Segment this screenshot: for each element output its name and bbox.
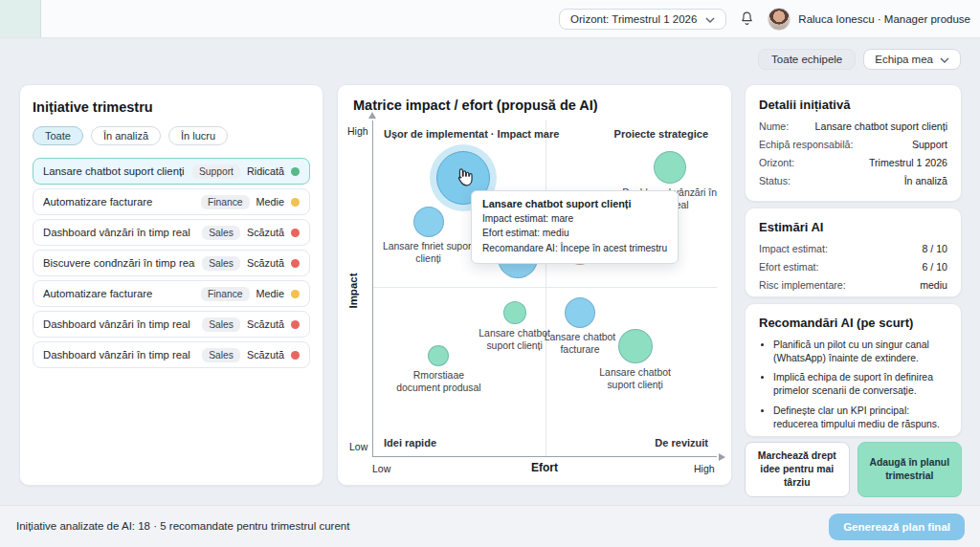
quadrant-label-bottom-left: Idei rapide <box>384 437 436 449</box>
priority-label: Scăzută <box>247 349 284 361</box>
ai-estimates-panel: Estimări AI Impact estimat: 8 / 10 Efort… <box>745 208 962 297</box>
filter-chip-toate[interactable]: Toate <box>33 126 83 145</box>
detail-row: Nume: Lansare chatbot suport clienți <box>759 120 947 132</box>
horizon-select[interactable]: Orizont: Trimestrul 1 2026 <box>559 9 726 30</box>
bubble-label: Rmorstiaae document produsal <box>379 369 498 394</box>
chevron-down-icon <box>940 54 949 65</box>
recommendations-title: Recomandări AI (pe scurt) <box>759 316 947 330</box>
priority-label: Scăzută <box>247 257 284 269</box>
team-tag: Support <box>192 164 240 179</box>
list-item[interactable]: Biscuvere conđnzări în timp real Sales S… <box>33 250 310 276</box>
x-axis-title: Efort <box>372 461 717 474</box>
detail-row: Status: În analiză <box>759 175 947 186</box>
estimate-row: Efort estimat: 6 / 10 <box>759 261 947 273</box>
x-axis-high-label: High <box>694 463 715 474</box>
initiative-name: Automatizare facturare <box>43 196 194 208</box>
detail-value: În analiză <box>904 175 947 186</box>
team-tag: Sales <box>202 348 240 362</box>
generate-final-plan-button[interactable]: Generează plan final <box>829 514 965 540</box>
priority-label: Scăzută <box>247 318 284 330</box>
add-to-quarter-plan-button[interactable]: Adaugă în planul trimestrial <box>858 442 963 497</box>
estimate-label: Efort estimat: <box>759 261 818 273</box>
matrix-bubble[interactable] <box>565 297 595 328</box>
tooltip-effort: Efort estimat: mediu <box>482 226 667 240</box>
priority-label: Ridicată <box>247 165 284 177</box>
detail-value: Trimestrul 1 2026 <box>869 157 947 168</box>
user-name: Raluca Ionescu · Manager produse <box>798 13 970 25</box>
list-item[interactable]: Dashboard vânzări în timp real Sales Scă… <box>33 311 310 338</box>
horizon-select-label: Orizont: Trimestrul 1 2026 <box>570 13 697 25</box>
my-team-button[interactable]: Echipa mea <box>863 49 961 70</box>
impact-effort-matrix-panel: Matrice impact / efort (propusă de AI) H… <box>337 84 732 486</box>
mark-idea-later-button[interactable]: Marchează drept idee pentru mai târziu <box>745 442 850 497</box>
x-axis-arrow <box>719 453 725 461</box>
tooltip-impact: Impact estimat: mare <box>482 211 667 226</box>
initiative-name: Dashboard vânzări în timp real <box>43 318 195 330</box>
priority-label: Scăzută <box>247 227 284 238</box>
estimate-value: mediu <box>920 279 947 291</box>
y-axis-high-label: High <box>347 125 368 137</box>
list-item[interactable]: Dashboard vânzări în timp real Sales Scă… <box>33 219 310 246</box>
priority-dot <box>291 198 300 207</box>
y-axis-title: Impact <box>347 257 361 324</box>
avatar <box>768 8 791 31</box>
detail-value: Lansare chatbot suport clienți <box>815 120 947 132</box>
recommendation-item: Implică echipa de suport în definirea pr… <box>773 371 947 397</box>
my-team-label: Echipa mea <box>875 54 933 65</box>
detail-row: Orizont: Trimestrul 1 2026 <box>759 157 947 168</box>
estimate-value: 8 / 10 <box>922 243 947 254</box>
filter-chip-in-lucru[interactable]: În lucru <box>168 126 228 145</box>
priority-dot <box>291 259 300 268</box>
quadrant-divider-vertical <box>546 120 546 456</box>
user-menu[interactable]: Raluca Ionescu · Manager produse <box>768 8 970 31</box>
team-tag: Sales <box>202 226 240 240</box>
bubble-label: Lansare chatbot suport clienți <box>576 366 695 391</box>
quadrant-label-top-right: Proiecte strategice <box>614 128 708 140</box>
initiatives-panel: Inițiative trimestru Toate În analiză În… <box>19 84 323 486</box>
matrix-title: Matrice impact / efort (propusă de AI) <box>353 98 598 113</box>
initiative-name: Automatizare facturare <box>43 288 194 299</box>
recommendation-item: Planifică un pilot cu un singur canal (W… <box>773 339 947 364</box>
team-filter-row: Toate echipele Echipa mea <box>758 49 961 70</box>
estimate-value: 6 / 10 <box>922 261 947 273</box>
initiative-name: Biscuvere conđnzări în timp real <box>43 257 195 269</box>
detail-value: Support <box>912 139 947 150</box>
team-tag: Sales <box>202 256 240 271</box>
estimate-row: Risc implementare: mediu <box>759 279 947 291</box>
detail-label: Nume: <box>759 120 789 132</box>
matrix-bubble[interactable] <box>413 207 444 237</box>
priority-dot <box>291 229 300 237</box>
priority-dot <box>291 290 300 298</box>
list-item[interactable]: Dashboard vânzări în timp real Sales Scă… <box>33 341 310 368</box>
recommendation-item: Definește clar un KPI principal: reducer… <box>773 405 947 430</box>
initiative-details-panel: Detalii inițiativă Nume: Lansare chatbot… <box>745 84 962 202</box>
initiatives-title: Inițiative trimestru <box>33 99 310 115</box>
ai-recommendations-panel: Recomandări AI (pe scurt) Planifică un p… <box>745 303 962 437</box>
app-logo <box>0 0 41 37</box>
top-bar: Orizont: Trimestrul 1 2026 Raluca Ionesc… <box>0 0 980 38</box>
list-item[interactable]: Automatizare facturare Finance Medie <box>33 188 310 215</box>
team-tag: Sales <box>202 317 240 332</box>
details-title: Detalii inițiativă <box>759 98 947 112</box>
matrix-bubble[interactable] <box>654 151 686 184</box>
chevron-down-icon <box>705 13 715 25</box>
priority-dot <box>291 351 300 360</box>
detail-label: Orizont: <box>759 157 794 168</box>
quadrant-label-bottom-right: De revizuit <box>655 437 708 449</box>
all-teams-button[interactable]: Toate echipele <box>758 49 856 70</box>
matrix-bubble[interactable] <box>503 301 526 324</box>
matrix-bubble[interactable] <box>428 345 449 366</box>
priority-label: Medie <box>256 288 284 299</box>
estimates-title: Estimări AI <box>759 220 947 234</box>
detail-label: Echipă responsabilă: <box>759 139 853 150</box>
list-item[interactable]: Lansare chatbot suport clienți Support R… <box>33 158 310 185</box>
filter-chip-in-analiza[interactable]: În analiză <box>91 126 161 145</box>
status-bar: Inițiative analizate de AI: 18 · 5 recom… <box>0 505 980 547</box>
matrix-plot[interactable]: Ușor de implementat · Impact mare Proiec… <box>372 120 717 457</box>
bubble-label: Lansare chatbot facturare <box>521 331 639 356</box>
notifications-bell-icon[interactable] <box>739 11 755 27</box>
ai-summary-text: Inițiative analizate de AI: 18 · 5 recom… <box>16 520 349 532</box>
list-item[interactable]: Automatizare facturare Finance Medie <box>33 280 310 307</box>
detail-row: Echipă responsabilă: Support <box>759 139 947 150</box>
initiative-name: Lansare chatbot suport clienți <box>43 165 186 177</box>
